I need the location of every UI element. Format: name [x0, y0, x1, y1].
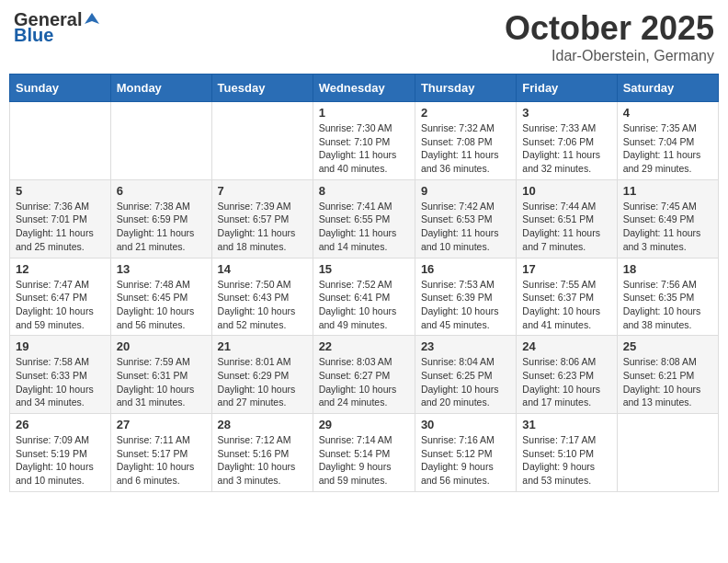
day-number: 7 — [218, 184, 307, 198]
calendar-cell: 4Sunrise: 7:35 AM Sunset: 7:04 PM Daylig… — [617, 102, 718, 180]
calendar-cell: 6Sunrise: 7:38 AM Sunset: 6:59 PM Daylig… — [110, 179, 211, 258]
day-info: Sunrise: 8:01 AM Sunset: 6:29 PM Dayligh… — [218, 355, 307, 409]
day-number: 22 — [319, 339, 409, 353]
calendar-cell: 5Sunrise: 7:36 AM Sunset: 7:01 PM Daylig… — [10, 179, 111, 258]
weekday-header-tuesday: Tuesday — [211, 75, 313, 102]
weekday-header-row: SundayMondayTuesdayWednesdayThursdayFrid… — [10, 75, 719, 102]
day-number: 12 — [16, 262, 105, 276]
calendar-week-row: 5Sunrise: 7:36 AM Sunset: 7:01 PM Daylig… — [10, 179, 719, 258]
day-number: 31 — [522, 418, 610, 431]
day-number: 26 — [16, 418, 105, 431]
day-info: Sunrise: 7:14 AM Sunset: 5:14 PM Dayligh… — [319, 433, 409, 488]
calendar-cell: 8Sunrise: 7:41 AM Sunset: 6:55 PM Daylig… — [313, 179, 415, 258]
weekday-header-friday: Friday — [517, 75, 617, 102]
day-info: Sunrise: 7:30 AM Sunset: 7:10 PM Dayligh… — [319, 121, 409, 176]
day-info: Sunrise: 7:55 AM Sunset: 6:37 PM Dayligh… — [522, 278, 610, 332]
calendar-cell: 11Sunrise: 7:45 AM Sunset: 6:49 PM Dayli… — [617, 179, 718, 258]
day-info: Sunrise: 7:38 AM Sunset: 6:59 PM Dayligh… — [117, 200, 206, 254]
day-info: Sunrise: 8:03 AM Sunset: 6:27 PM Dayligh… — [319, 355, 409, 409]
calendar-cell: 12Sunrise: 7:47 AM Sunset: 6:47 PM Dayli… — [10, 258, 111, 336]
day-info: Sunrise: 7:11 AM Sunset: 5:17 PM Dayligh… — [117, 433, 206, 488]
day-number: 5 — [16, 184, 105, 198]
day-info: Sunrise: 7:50 AM Sunset: 6:43 PM Dayligh… — [218, 278, 307, 332]
day-number: 25 — [623, 339, 712, 353]
weekday-header-thursday: Thursday — [415, 75, 516, 102]
day-info: Sunrise: 7:44 AM Sunset: 6:51 PM Dayligh… — [522, 200, 610, 254]
day-number: 27 — [117, 418, 206, 431]
page-header: General Blue October 2025 Idar-Oberstein… — [9, 9, 719, 64]
month-title: October 2025 — [505, 9, 714, 48]
calendar-cell: 17Sunrise: 7:55 AM Sunset: 6:37 PM Dayli… — [517, 258, 617, 336]
calendar-cell: 29Sunrise: 7:14 AM Sunset: 5:14 PM Dayli… — [313, 414, 415, 492]
day-number: 23 — [421, 339, 510, 353]
day-info: Sunrise: 7:56 AM Sunset: 6:35 PM Dayligh… — [623, 278, 712, 332]
calendar-week-row: 12Sunrise: 7:47 AM Sunset: 6:47 PM Dayli… — [10, 258, 719, 336]
day-number: 8 — [319, 184, 409, 198]
day-info: Sunrise: 7:12 AM Sunset: 5:16 PM Dayligh… — [218, 433, 307, 488]
logo: General Blue — [14, 9, 102, 46]
day-number: 24 — [522, 339, 610, 353]
day-info: Sunrise: 7:33 AM Sunset: 7:06 PM Dayligh… — [522, 121, 610, 176]
day-number: 21 — [218, 339, 307, 353]
day-info: Sunrise: 7:58 AM Sunset: 6:33 PM Dayligh… — [16, 355, 105, 409]
calendar-cell: 19Sunrise: 7:58 AM Sunset: 6:33 PM Dayli… — [10, 336, 111, 414]
day-info: Sunrise: 7:52 AM Sunset: 6:41 PM Dayligh… — [319, 278, 409, 332]
calendar-cell: 20Sunrise: 7:59 AM Sunset: 6:31 PM Dayli… — [110, 336, 211, 414]
day-info: Sunrise: 7:35 AM Sunset: 7:04 PM Dayligh… — [623, 121, 712, 176]
weekday-header-wednesday: Wednesday — [313, 75, 415, 102]
calendar-cell: 16Sunrise: 7:53 AM Sunset: 6:39 PM Dayli… — [415, 258, 516, 336]
calendar-cell: 21Sunrise: 8:01 AM Sunset: 6:29 PM Dayli… — [211, 336, 313, 414]
calendar-cell: 13Sunrise: 7:48 AM Sunset: 6:45 PM Dayli… — [110, 258, 211, 336]
calendar-cell — [617, 414, 718, 492]
weekday-header-monday: Monday — [110, 75, 211, 102]
location-text: Idar-Oberstein, Germany — [505, 48, 714, 64]
calendar-cell: 28Sunrise: 7:12 AM Sunset: 5:16 PM Dayli… — [211, 414, 313, 492]
day-number: 17 — [522, 262, 610, 276]
day-info: Sunrise: 7:16 AM Sunset: 5:12 PM Dayligh… — [421, 433, 510, 488]
calendar-cell: 15Sunrise: 7:52 AM Sunset: 6:41 PM Dayli… — [313, 258, 415, 336]
calendar-cell: 26Sunrise: 7:09 AM Sunset: 5:19 PM Dayli… — [10, 414, 111, 492]
calendar-cell — [10, 102, 111, 180]
logo-icon — [83, 11, 101, 29]
day-number: 28 — [218, 418, 307, 431]
day-number: 29 — [319, 418, 409, 431]
weekday-header-sunday: Sunday — [10, 75, 111, 102]
calendar-cell: 10Sunrise: 7:44 AM Sunset: 6:51 PM Dayli… — [517, 179, 617, 258]
calendar-cell: 2Sunrise: 7:32 AM Sunset: 7:08 PM Daylig… — [415, 102, 516, 180]
calendar-cell: 25Sunrise: 8:08 AM Sunset: 6:21 PM Dayli… — [617, 336, 718, 414]
calendar-cell: 1Sunrise: 7:30 AM Sunset: 7:10 PM Daylig… — [313, 102, 415, 180]
day-number: 30 — [421, 418, 510, 431]
day-number: 20 — [117, 339, 206, 353]
day-number: 1 — [319, 106, 409, 120]
day-info: Sunrise: 7:39 AM Sunset: 6:57 PM Dayligh… — [218, 200, 307, 254]
calendar-cell: 14Sunrise: 7:50 AM Sunset: 6:43 PM Dayli… — [211, 258, 313, 336]
day-number: 15 — [319, 262, 409, 276]
calendar-cell: 30Sunrise: 7:16 AM Sunset: 5:12 PM Dayli… — [415, 414, 516, 492]
calendar-week-row: 26Sunrise: 7:09 AM Sunset: 5:19 PM Dayli… — [10, 414, 719, 492]
day-info: Sunrise: 7:53 AM Sunset: 6:39 PM Dayligh… — [421, 278, 510, 332]
calendar-cell: 31Sunrise: 7:17 AM Sunset: 5:10 PM Dayli… — [517, 414, 617, 492]
day-info: Sunrise: 7:47 AM Sunset: 6:47 PM Dayligh… — [16, 278, 105, 332]
calendar-cell: 27Sunrise: 7:11 AM Sunset: 5:17 PM Dayli… — [110, 414, 211, 492]
day-info: Sunrise: 7:59 AM Sunset: 6:31 PM Dayligh… — [117, 355, 206, 409]
calendar-cell: 22Sunrise: 8:03 AM Sunset: 6:27 PM Dayli… — [313, 336, 415, 414]
calendar-cell: 18Sunrise: 7:56 AM Sunset: 6:35 PM Dayli… — [617, 258, 718, 336]
day-number: 18 — [623, 262, 712, 276]
calendar-cell: 23Sunrise: 8:04 AM Sunset: 6:25 PM Dayli… — [415, 336, 516, 414]
day-number: 10 — [522, 184, 610, 198]
day-number: 6 — [117, 184, 206, 198]
day-number: 4 — [623, 106, 712, 120]
calendar-week-row: 19Sunrise: 7:58 AM Sunset: 6:33 PM Dayli… — [10, 336, 719, 414]
day-number: 11 — [623, 184, 712, 198]
day-number: 3 — [522, 106, 610, 120]
day-number: 14 — [218, 262, 307, 276]
day-number: 16 — [421, 262, 510, 276]
title-section: October 2025 Idar-Oberstein, Germany — [505, 9, 714, 64]
day-info: Sunrise: 7:32 AM Sunset: 7:08 PM Dayligh… — [421, 121, 510, 176]
day-info: Sunrise: 7:09 AM Sunset: 5:19 PM Dayligh… — [16, 433, 105, 488]
day-number: 2 — [421, 106, 510, 120]
day-number: 13 — [117, 262, 206, 276]
calendar-cell: 7Sunrise: 7:39 AM Sunset: 6:57 PM Daylig… — [211, 179, 313, 258]
logo-blue-text: Blue — [14, 25, 53, 46]
calendar-table: SundayMondayTuesdayWednesdayThursdayFrid… — [9, 74, 719, 492]
